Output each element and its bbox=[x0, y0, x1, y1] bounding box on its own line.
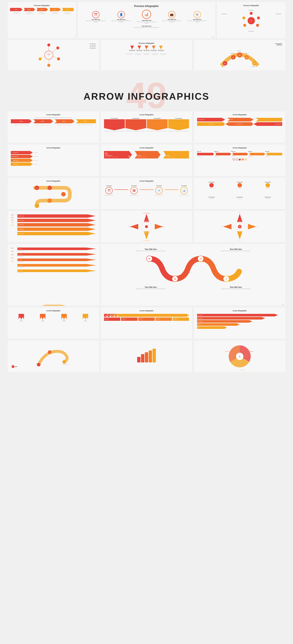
svg-text:03: 03 bbox=[239, 54, 241, 56]
arrow-grid-4: 2014 2015 2016 2017 2018 Your title here… bbox=[0, 210, 293, 242]
slide-title: Arrow Infographic bbox=[103, 147, 190, 149]
svg-text:Your title here: Your title here bbox=[143, 240, 150, 241]
section-title: ARROW INFOGRAPHICS bbox=[4, 91, 289, 102]
svg-text:Your title here: Your title here bbox=[143, 212, 150, 214]
svg-text:STEP 03: STEP 03 bbox=[237, 50, 241, 52]
arrow-slide-7: Arrow Infographic ● bbox=[7, 177, 99, 210]
svg-text:01: 01 bbox=[239, 212, 240, 213]
svg-text:01: 01 bbox=[148, 258, 151, 260]
svg-text:Your title here: Your title here bbox=[49, 350, 54, 351]
svg-text:04: 04 bbox=[222, 226, 223, 227]
arrow-slide-14: Your title here Apparently we had reache… bbox=[101, 244, 286, 306]
arrow-slide-16: Arrow Infographic 01 Lorem ipsum 02 Lore… bbox=[7, 307, 99, 339]
svg-marker-50 bbox=[237, 214, 243, 222]
slide-title: Arrow infographic bbox=[103, 180, 190, 182]
process-slide-1: Process Infographic Step 1 Step 2 Step 3… bbox=[7, 2, 76, 38]
svg-text:05: 05 bbox=[254, 63, 255, 64]
process-slide-large: Process Infographic ⏰ Your title here Ap… bbox=[77, 2, 216, 38]
svg-text:STEP 04: STEP 04 bbox=[245, 53, 249, 54]
arrow-slide-21: 01 Step 01 Step 02 Step 03 bbox=[194, 340, 286, 372]
svg-point-38 bbox=[47, 198, 52, 203]
svg-point-5 bbox=[243, 16, 245, 20]
svg-text:01: 01 bbox=[224, 63, 226, 64]
svg-text:Your title here: Your title here bbox=[62, 364, 68, 365]
svg-point-45 bbox=[145, 225, 148, 228]
svg-point-39 bbox=[35, 204, 39, 208]
svg-text:Your title here: Your title here bbox=[158, 226, 164, 227]
process-slide-6: Infographicelements 01 02 03 04 05 bbox=[194, 40, 286, 71]
arrow-slide-20: 01 02 03 04 05 bbox=[100, 340, 193, 372]
svg-text:02: 02 bbox=[256, 226, 258, 227]
svg-point-14 bbox=[47, 44, 50, 46]
arrow-slide-19: ▶ 2017 Your title here Your title here Y… bbox=[7, 340, 99, 372]
svg-point-2 bbox=[257, 16, 260, 20]
svg-point-81 bbox=[62, 360, 66, 364]
arrow-slide-5: Arrow Infographic 01 Your title here Lor… bbox=[100, 144, 193, 176]
slide-title: Process Infographic bbox=[219, 4, 283, 6]
svg-text:Step 03: Step 03 bbox=[225, 351, 229, 352]
svg-text:03: 03 bbox=[239, 240, 240, 241]
svg-marker-42 bbox=[144, 231, 149, 240]
arrow-slide-10: 2014 2015 2016 2017 2018 Your title here… bbox=[7, 210, 99, 242]
svg-point-17 bbox=[47, 64, 50, 67]
arrow-section-header: 49 ARROW INFOGRAPHICS bbox=[0, 80, 293, 111]
svg-text:Step 02: Step 02 bbox=[241, 369, 245, 370]
svg-text:04: 04 bbox=[246, 57, 247, 58]
svg-text:Your title here: Your title here bbox=[129, 226, 135, 227]
svg-text:02: 02 bbox=[233, 57, 234, 58]
arrow-slide-6: Arrow Infographic Step A1 Step A2 Step A… bbox=[194, 144, 286, 176]
arrow-grid-1: Arrow Infographic Apparently we had reac… bbox=[0, 111, 293, 143]
svg-point-3 bbox=[256, 24, 259, 27]
arrow-slide-4: Arrow Infographic 🔧 Step title here Your… bbox=[7, 144, 99, 176]
svg-point-15 bbox=[56, 46, 59, 50]
arrow-grid-6: Arrow Infographic 01 Lorem ipsum 02 Lore… bbox=[0, 307, 293, 339]
slide-title: Arrow Infographic bbox=[196, 147, 283, 149]
slide-title: Arrow infographic bbox=[103, 310, 190, 312]
arrow-slide-13: 2014 2015 2016 2017 2018 Your title here… bbox=[7, 244, 100, 306]
svg-point-1 bbox=[250, 12, 253, 15]
svg-text:START: START bbox=[47, 54, 50, 54]
svg-marker-52 bbox=[237, 231, 243, 240]
svg-point-16 bbox=[57, 57, 60, 60]
arrow-slide-12: 01 02 03 04 bbox=[194, 210, 286, 242]
svg-marker-40 bbox=[144, 214, 149, 222]
arrow-grid-7: ▶ 2017 Your title here Your title here Y… bbox=[0, 340, 293, 372]
slide-title: Arrow Infographic bbox=[10, 310, 97, 312]
svg-text:01: 01 bbox=[239, 356, 241, 358]
process-slide-4: START UP Your title here bbox=[7, 40, 99, 71]
svg-text:STEP 05: STEP 05 bbox=[252, 66, 255, 67]
svg-point-4 bbox=[243, 24, 246, 27]
svg-marker-53 bbox=[223, 224, 232, 230]
svg-line-11 bbox=[52, 56, 57, 58]
arrow-slide-17: Arrow infographic 01 02 03 04 ▶ Your tit… bbox=[100, 307, 193, 339]
arrow-slide-8: Arrow infographic Your Titles ⏰ apparent… bbox=[100, 177, 193, 210]
slide-title: Arrow Infographic bbox=[196, 114, 283, 116]
svg-text:STEP 02: STEP 02 bbox=[231, 53, 234, 54]
svg-text:STEP 01: STEP 01 bbox=[221, 66, 225, 67]
slide-title: Arrow Infographic bbox=[10, 147, 97, 149]
slide-title: Arrow infographic bbox=[196, 310, 283, 312]
svg-marker-51 bbox=[248, 224, 256, 230]
slide-title: Arrow Infographic bbox=[10, 114, 97, 116]
svg-text:03: 03 bbox=[200, 258, 202, 260]
svg-text:04: 04 bbox=[225, 278, 228, 280]
svg-line-10 bbox=[52, 49, 56, 52]
slide-title: Process Infographic bbox=[10, 4, 74, 6]
svg-text:UP: UP bbox=[48, 55, 49, 56]
svg-point-18 bbox=[39, 57, 41, 60]
slide-title: Arrow Infographic bbox=[10, 180, 97, 182]
arrow-slide-3: Arrow Infographic ① Your title here ② Yo… bbox=[194, 111, 286, 143]
arrow-grid-2: Arrow Infographic 🔧 Step title here Your… bbox=[0, 144, 293, 176]
svg-point-37 bbox=[61, 192, 65, 196]
arrow-slide-2: Arrow Infographic Your Titles Here Appar… bbox=[100, 111, 193, 143]
svg-text:Your title here: Your title here bbox=[36, 364, 41, 365]
process-slide-3: Process Infographic ● Your title here Yo… bbox=[217, 2, 286, 38]
arrow-slide-18: Arrow infographic Your title here Your t… bbox=[194, 307, 286, 339]
svg-text:●: ● bbox=[36, 187, 37, 189]
arrow-slide-11: Your title here Your title here Your tit… bbox=[100, 210, 193, 242]
slide-title: Arrow Infographic bbox=[103, 114, 190, 116]
slide-title: Process Infographic bbox=[80, 4, 213, 8]
arrow-grid-3: Arrow Infographic ● Arrow infographic Yo… bbox=[0, 177, 293, 210]
arrow-slide-9: Your title here ↑ Lorem ipsum Your title… bbox=[194, 177, 286, 210]
svg-point-36 bbox=[47, 186, 52, 190]
